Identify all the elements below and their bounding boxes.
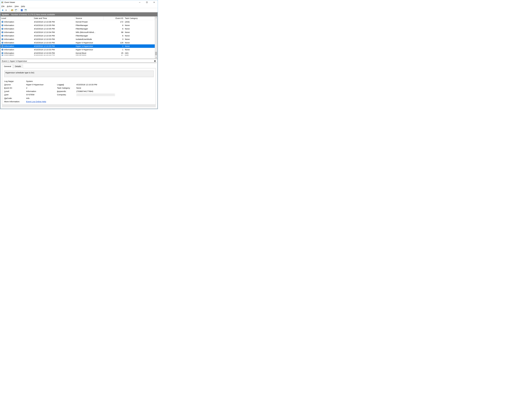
svg-rect-1 [1,2,3,2]
title-bar[interactable]: Event Viewer [0,0,158,4]
svg-rect-57 [2,55,3,55]
tab-panel-general: Hypervisor scheduler type is 0x2. Log Na… [2,68,156,105]
minimize-button[interactable] [136,0,143,4]
svg-text:?: ? [21,9,22,11]
properties-button[interactable] [14,9,17,12]
cell-task-category: None [124,38,155,40]
events-scrollbar[interactable] [155,16,157,59]
open-log-button[interactable] [11,9,14,12]
event-row[interactable]: Information4/10/2018 12:10:33 PMKernel-B… [0,55,155,56]
cell-event-id: 1 [104,48,124,51]
svg-rect-53 [2,53,3,54]
value-logged: 4/10/2018 12:10:33 PM [76,83,115,86]
cell-event-id: 172 [104,21,124,23]
event-level-text: Information [4,31,14,34]
event-row[interactable]: Information4/10/2018 12:10:33 PMIsolated… [0,37,155,41]
cell-date: 4/10/2018 12:10:33 PM [33,48,75,51]
preview-close-icon[interactable]: ✕ [154,60,156,62]
information-icon [1,24,4,26]
scroll-down-icon[interactable] [155,56,157,59]
close-button[interactable] [151,0,158,4]
back-button[interactable] [1,9,4,12]
scroll-thumb[interactable] [155,52,157,55]
label-keywords: Keywords: [57,90,75,93]
event-row[interactable]: Information4/10/2018 12:10:35 PMFilterMa… [0,27,155,31]
cell-event-id: 27 [104,55,124,56]
svg-rect-14 [24,9,27,10]
information-icon [1,28,4,30]
help-button[interactable]: ? [20,9,23,12]
value-source: Hyper-V-Hypervisor [26,83,56,86]
information-icon [1,31,4,34]
cell-date: 4/10/2018 12:10:34 PM [33,35,75,37]
value-keywords: (70368744177664) [76,90,115,93]
value-task-cat: None [76,87,115,89]
svg-rect-6 [146,2,147,3]
value-event-id: 2 [26,87,56,89]
menu-file[interactable]: File [1,5,4,7]
scroll-up-icon[interactable] [155,16,157,19]
tab-general[interactable]: General [2,65,13,68]
svg-rect-3 [2,2,3,2]
svg-point-54 [2,52,3,53]
information-icon [1,55,4,56]
label-event-id: Event ID: [4,87,25,89]
column-header-row: Level Date and Time Source Event ID Task… [0,16,155,20]
value-more-info: Event Log Online Help [26,100,115,103]
svg-rect-49 [2,49,3,50]
information-icon [1,45,4,47]
tab-details[interactable]: Details [13,65,23,68]
column-header-source[interactable]: Source [75,16,104,20]
event-row[interactable]: Information4/10/2018 12:10:36 PMKernel-P… [0,20,155,23]
column-header-level[interactable]: Level [0,16,33,20]
log-summary: Number of events: 3,179 (!) New events a… [11,13,55,16]
cell-date: 4/10/2018 12:10:35 PM [33,28,75,30]
event-row[interactable]: Information4/10/2018 12:10:34 PMFilterMa… [0,34,155,37]
label-log-name: Log Name: [4,80,25,82]
event-row[interactable]: Information4/10/2018 12:10:33 PMHyper-V-… [0,41,155,44]
event-row[interactable]: Information4/10/2018 12:10:35 PMFilterMa… [0,23,155,27]
refresh-button[interactable] [24,9,27,12]
svg-point-50 [2,49,3,49]
value-opcode: Info [26,97,115,99]
value-computer [76,93,115,96]
svg-rect-8 [5,10,6,10]
app-icon [1,1,3,3]
cell-task-category: None [124,42,155,44]
preview-title: Event 2, Hyper-V-Hypervisor [2,60,154,62]
event-row[interactable]: Information4/10/2018 12:10:34 PMNtfs (Mi… [0,31,155,34]
event-row[interactable]: Information4/10/2018 12:10:33 PMHyper-V-… [0,44,155,48]
cell-level: Information [0,42,33,44]
cell-event-id: 6 [104,35,124,37]
forward-button[interactable] [5,9,8,12]
value-level: Information [26,90,56,93]
event-level-text: Information [4,45,14,47]
cell-level: Information [0,52,33,54]
maximize-button[interactable] [143,0,151,4]
svg-rect-4 [2,3,3,3]
events-grid[interactable]: Level Date and Time Source Event ID Task… [0,16,155,59]
event-row[interactable]: Information4/10/2018 12:10:33 PMKernel-B… [0,51,155,55]
event-level-text: Information [4,24,14,26]
toolbar-separator [9,9,9,12]
svg-rect-33 [2,35,3,36]
column-header-eventid[interactable]: Event ID [104,16,124,20]
cell-source: IsolatedUserMode [75,38,104,40]
cell-task-category: None [124,24,155,26]
menu-action[interactable]: Action [7,5,12,7]
column-header-taskcat[interactable]: Task Category [124,16,155,20]
preview-horizontal-scrollbar[interactable] [2,105,156,107]
event-log-online-help-link[interactable]: Event Log Online Help [26,100,46,103]
cell-event-id: 2 [104,45,124,47]
menu-view[interactable]: View [14,5,19,7]
event-row[interactable]: Information4/10/2018 12:10:33 PMHyper-V-… [0,48,155,51]
menu-help[interactable]: Help [21,5,25,7]
column-header-date[interactable]: Date and Time [33,16,75,20]
value-user: SYSTEM [26,93,56,96]
cell-task-category: None [124,35,155,37]
preview-header: Event 2, Hyper-V-Hypervisor ✕ [1,59,156,63]
cell-source: Hyper-V-Hypervisor [75,42,104,44]
event-level-text: Information [4,35,14,37]
svg-point-34 [2,35,3,35]
window-controls [136,0,158,4]
